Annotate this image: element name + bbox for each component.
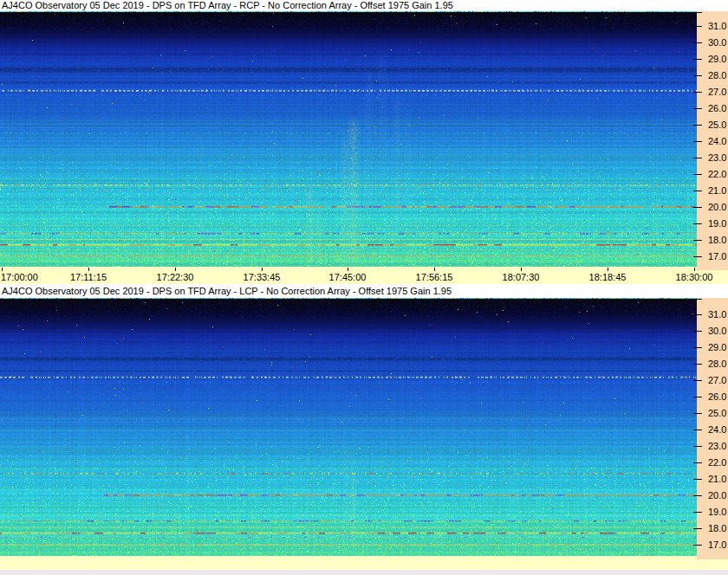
freq-tick xyxy=(693,347,702,348)
freq-tick xyxy=(693,364,702,365)
time-tick-label: 17:56:15 xyxy=(416,272,453,282)
time-tick xyxy=(2,268,3,271)
bottom-axis-strip xyxy=(0,556,728,570)
freq-tick xyxy=(693,479,702,480)
freq-tick-label: 25.0 xyxy=(708,408,726,418)
freq-tick-label: 29.0 xyxy=(708,54,726,64)
freq-tick-label: 25.0 xyxy=(708,120,726,130)
time-tick xyxy=(521,268,522,271)
time-tick-label: 18:30:00 xyxy=(676,272,713,282)
time-tick-label: 18:18:45 xyxy=(589,272,627,282)
freq-tick xyxy=(693,256,702,257)
time-tick xyxy=(348,268,348,271)
freq-tick xyxy=(693,380,702,381)
freq-tick-label: 21.0 xyxy=(708,185,726,196)
bottom-window-strip xyxy=(0,570,728,575)
time-tick xyxy=(608,268,608,271)
freq-tick xyxy=(693,92,702,93)
time-tick xyxy=(88,268,89,271)
freq-tick-label: 18.0 xyxy=(708,523,726,533)
freq-tick-label: 27.0 xyxy=(708,87,726,97)
time-tick-label: 17:45:00 xyxy=(329,272,367,282)
time-tick-label: 18:07:30 xyxy=(503,272,540,282)
freq-tick-label: 26.0 xyxy=(708,103,726,113)
freq-tick xyxy=(693,141,702,142)
freq-tick xyxy=(693,495,702,496)
freq-tick-label: 30.0 xyxy=(708,37,726,48)
freq-tick xyxy=(693,26,702,27)
freq-tick-label: 22.0 xyxy=(708,457,726,468)
freq-tick xyxy=(693,158,702,158)
freq-tick-label: 28.0 xyxy=(708,70,726,81)
freq-tick xyxy=(693,430,702,430)
freq-tick-label: 20.0 xyxy=(708,202,726,212)
freq-tick xyxy=(693,331,702,332)
time-tick-label: 17:00:00 xyxy=(1,272,38,282)
freq-tick-label: 31.0 xyxy=(708,21,726,31)
freq-tick-label: 28.0 xyxy=(708,359,726,369)
frequency-axis-lcp: 31.030.029.028.027.026.025.024.023.022.0… xyxy=(697,298,728,559)
freq-tick xyxy=(693,413,702,414)
freq-tick xyxy=(693,42,702,43)
freq-tick xyxy=(693,397,702,397)
spectrogram-lcp xyxy=(0,298,697,556)
spectrograph-window: AJ4CO Observatory 05 Dec 2019 - DPS on T… xyxy=(0,0,728,575)
freq-tick xyxy=(693,108,702,109)
freq-tick xyxy=(693,446,702,447)
freq-tick-label: 29.0 xyxy=(708,342,726,352)
time-tick-label: 17:33:45 xyxy=(244,272,281,282)
freq-tick-label: 18.0 xyxy=(708,235,726,245)
freq-tick xyxy=(693,240,702,241)
freq-tick xyxy=(693,462,702,463)
freq-tick xyxy=(693,191,702,191)
freq-tick-label: 31.0 xyxy=(708,309,726,320)
time-axis: 17:00:0017:11:1517:22:3017:33:4517:45:00… xyxy=(0,267,728,284)
time-tick xyxy=(262,268,263,271)
time-tick xyxy=(175,268,176,271)
freq-tick xyxy=(693,125,702,126)
freq-tick-label: 17.0 xyxy=(708,251,726,262)
freq-tick-label: 17.0 xyxy=(708,539,726,550)
freq-tick-label: 19.0 xyxy=(708,218,726,229)
freq-tick-label: 23.0 xyxy=(708,441,726,451)
freq-tick xyxy=(693,75,702,76)
freq-tick xyxy=(693,207,702,208)
freq-axis-top-tick xyxy=(693,12,702,13)
time-tick-label: 17:22:30 xyxy=(157,272,194,282)
freq-tick-label: 27.0 xyxy=(708,375,726,385)
freq-tick-label: 22.0 xyxy=(708,169,726,179)
frequency-axis-rcp: 31.030.029.028.027.026.025.024.023.022.0… xyxy=(697,11,728,270)
freq-tick xyxy=(693,59,702,60)
freq-tick-label: 20.0 xyxy=(708,490,726,501)
time-tick-label: 17:11:15 xyxy=(70,272,107,282)
freq-tick xyxy=(693,174,702,175)
freq-tick xyxy=(693,223,702,224)
freq-tick-label: 24.0 xyxy=(708,136,726,146)
freq-axis-top-tick xyxy=(693,299,702,300)
panel-title-lcp: AJ4CO Observatory 05 Dec 2019 - DPS on T… xyxy=(0,284,728,298)
time-tick xyxy=(694,268,695,271)
panel-title-rcp: AJ4CO Observatory 05 Dec 2019 - DPS on T… xyxy=(0,0,728,11)
spectrogram-rcp xyxy=(0,11,697,267)
freq-tick xyxy=(693,512,702,513)
freq-tick-label: 24.0 xyxy=(708,424,726,435)
freq-tick-label: 30.0 xyxy=(708,326,726,336)
freq-tick-label: 19.0 xyxy=(708,507,726,517)
freq-tick-label: 21.0 xyxy=(708,474,726,484)
panel-title-rcp-text: AJ4CO Observatory 05 Dec 2019 - DPS on T… xyxy=(0,0,453,10)
freq-tick xyxy=(693,545,702,546)
time-tick xyxy=(434,268,435,271)
freq-tick-label: 26.0 xyxy=(708,391,726,402)
freq-tick xyxy=(693,314,702,315)
freq-tick-label: 23.0 xyxy=(708,152,726,163)
freq-tick xyxy=(693,528,702,529)
panel-title-lcp-text: AJ4CO Observatory 05 Dec 2019 - DPS on T… xyxy=(0,286,452,296)
